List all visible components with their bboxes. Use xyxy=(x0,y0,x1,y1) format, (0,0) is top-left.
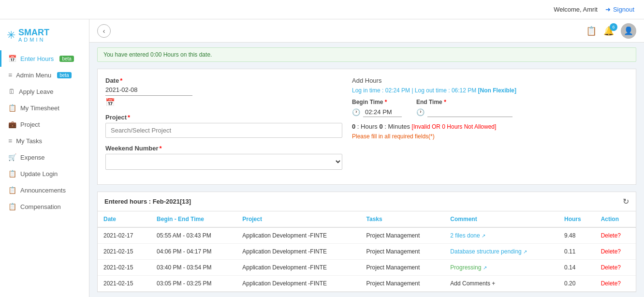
sidebar-item-update-login[interactable]: 📋 Update Login xyxy=(0,165,89,182)
sidebar-item-admin-menu[interactable]: ≡ Admin Menu beta xyxy=(0,67,89,83)
layout: ✳ SMART ADMIN 📅 Enter Hours beta ≡ Admin… xyxy=(0,19,644,297)
hours-num: 0 xyxy=(352,123,355,130)
sidebar-item-label: Expense xyxy=(20,154,45,161)
begin-time-value[interactable]: 02:24 PM xyxy=(363,107,402,117)
logo-smart: SMART xyxy=(18,28,49,37)
sidebar-item-label: Compensation xyxy=(20,203,61,210)
page-body: You have entered 0:00 Hours on this date… xyxy=(89,43,644,297)
delete-button[interactable]: Delete? xyxy=(601,280,621,287)
sidebar-item-my-timesheet[interactable]: 📋 My Timesheet xyxy=(0,100,89,116)
project-label: Project * xyxy=(105,114,342,121)
col-hours: Hours xyxy=(558,211,595,227)
required-fields-msg: Please fill in all required fields(*) xyxy=(352,133,628,140)
calendar-icon[interactable]: 📅 xyxy=(105,98,115,106)
table-row: 2021-02-17 05:55 AM - 03:43 PM Applicati… xyxy=(98,227,636,244)
sidebar-logo: ✳ SMART ADMIN xyxy=(0,24,89,50)
comment-link[interactable]: 2 files done ↗ xyxy=(450,232,485,239)
clipboard-icon: 📋 xyxy=(586,26,597,36)
project-field-group: Project * xyxy=(105,114,342,138)
project-icon: 💼 xyxy=(8,120,16,128)
row-tasks: Project Management xyxy=(361,260,445,276)
comp-icon: 📋 xyxy=(8,203,16,210)
sidebar-item-label: Announcements xyxy=(20,187,66,194)
col-time: Begin - End Time xyxy=(151,211,236,227)
end-time-input[interactable] xyxy=(427,107,512,117)
sidebar-item-announcements[interactable]: 📋 Announcements xyxy=(0,182,89,198)
row-action: Delete? xyxy=(595,260,636,276)
announce-icon: 📋 xyxy=(8,186,16,194)
row-time: 03:40 PM - 03:54 PM xyxy=(151,260,236,276)
end-time-label: End Time * xyxy=(416,99,512,105)
minutes-num: 0 xyxy=(379,123,382,130)
beta-badge: beta xyxy=(59,56,73,62)
signout-button[interactable]: ➜ Signout xyxy=(605,6,634,13)
invalid-message: [Invalid OR 0 Hours Not Allowed] xyxy=(412,123,497,130)
sidebar: ✳ SMART ADMIN 📅 Enter Hours beta ≡ Admin… xyxy=(0,19,89,297)
row-time: 05:55 AM - 03:43 PM xyxy=(151,227,236,244)
comment-link[interactable]: Database structure pending ↗ xyxy=(450,248,527,255)
sidebar-item-label: Enter Hours xyxy=(20,55,54,62)
row-date: 2021-02-15 xyxy=(98,276,151,292)
avatar-icon: 👤 xyxy=(624,26,633,35)
non-flexible-badge: [Non Flexible] xyxy=(478,87,516,94)
sidebar-item-enter-hours[interactable]: 📅 Enter Hours beta xyxy=(0,50,89,67)
sidebar-item-project[interactable]: 💼 Project xyxy=(0,116,89,133)
sidebar-item-label: My Timesheet xyxy=(20,104,59,112)
notification-count: 6 xyxy=(610,23,617,31)
delete-button[interactable]: Delete? xyxy=(601,248,621,255)
weekend-select[interactable]: 1 2 3 xyxy=(105,154,342,170)
delete-button[interactable]: Delete? xyxy=(601,232,621,239)
row-comment: Progressing ↗ xyxy=(444,260,558,276)
row-action: Delete? xyxy=(595,227,636,244)
row-time: 03:05 PM - 03:25 PM xyxy=(151,276,236,292)
weekend-required: * xyxy=(160,145,162,152)
timesheet-icon: 📋 xyxy=(8,104,16,112)
external-icon: ↗ xyxy=(483,265,487,270)
back-button[interactable]: ‹ xyxy=(97,24,111,38)
row-tasks: Project Management xyxy=(361,244,445,260)
time-row: Begin Time * 🕐 02:24 PM End Time xyxy=(352,99,628,117)
date-required: * xyxy=(120,77,122,84)
row-hours: 0.20 xyxy=(558,276,595,292)
external-icon: ↗ xyxy=(482,233,485,238)
comment-link[interactable]: Progressing ↗ xyxy=(450,264,486,271)
col-date: Date xyxy=(98,211,151,227)
sidebar-item-compensation[interactable]: 📋 Compensation xyxy=(0,198,89,215)
date-display: 2021-02-08 xyxy=(105,86,192,96)
sidebar-item-expense[interactable]: 🛒 Expense xyxy=(0,149,89,165)
clock-icon-begin: 🕐 xyxy=(352,108,360,116)
row-date: 2021-02-15 xyxy=(98,244,151,260)
user-avatar[interactable]: 👤 xyxy=(621,23,636,39)
hours-table: Date Begin - End Time Project Tasks Comm… xyxy=(98,211,636,292)
project-search-input[interactable] xyxy=(105,123,342,138)
sidebar-item-my-tasks[interactable]: ≡ My Tasks xyxy=(0,133,89,149)
topbar: Welcome, Amrit ➜ Signout xyxy=(0,0,644,19)
external-icon: ↗ xyxy=(523,249,527,254)
begin-time-label: Begin Time * xyxy=(352,99,402,105)
table-head: Date Begin - End Time Project Tasks Comm… xyxy=(98,211,636,227)
menu-icon: ≡ xyxy=(8,71,12,79)
row-comment: 2 files done ↗ xyxy=(444,227,558,244)
form-left: Date * 2021-02-08 📅 Project * xyxy=(105,77,342,177)
row-time: 04:06 PM - 04:17 PM xyxy=(151,244,236,260)
sidebar-item-label: Update Login xyxy=(20,170,58,178)
sidebar-item-apply-leave[interactable]: 🗓 Apply Leave xyxy=(0,83,89,100)
table-row: 2021-02-15 04:06 PM - 04:17 PM Applicati… xyxy=(98,244,636,260)
sidebar-item-label: My Tasks xyxy=(16,137,42,145)
beta-badge: beta xyxy=(57,72,71,78)
refresh-button[interactable]: ↻ xyxy=(623,197,629,206)
logo-icon: ✳ xyxy=(7,29,15,42)
clipboard-button[interactable]: 📋 xyxy=(586,26,597,36)
row-action: Delete? xyxy=(595,244,636,260)
comment-text[interactable]: Add Comments + xyxy=(450,280,495,287)
notification-button[interactable]: 🔔 6 xyxy=(603,26,614,36)
delete-button[interactable]: Delete? xyxy=(601,264,621,271)
project-required: * xyxy=(128,114,130,121)
col-project: Project xyxy=(236,211,360,227)
sidebar-item-label: Project xyxy=(20,121,40,128)
calendar-icon: 📅 xyxy=(8,55,16,62)
row-date: 2021-02-17 xyxy=(98,227,151,244)
row-date: 2021-02-15 xyxy=(98,260,151,276)
info-bar: You have entered 0:00 Hours on this date… xyxy=(97,47,636,62)
table-row: 2021-02-15 03:40 PM - 03:54 PM Applicati… xyxy=(98,260,636,276)
